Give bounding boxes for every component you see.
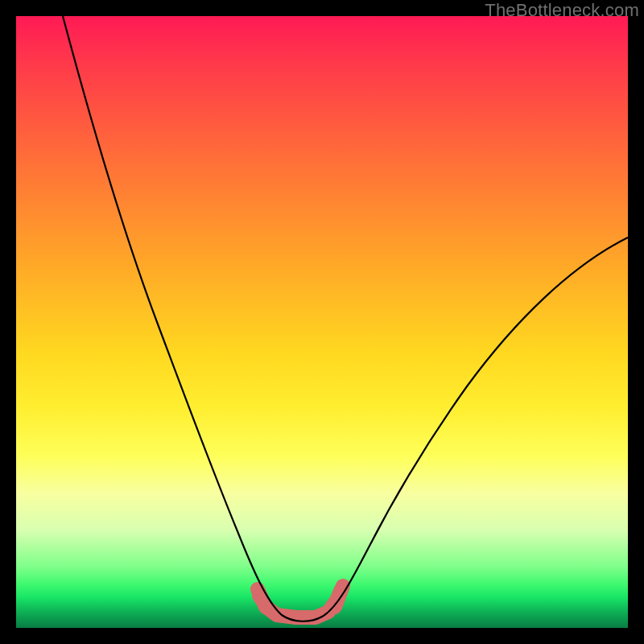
chart-frame: TheBottleneck.com	[0, 0, 644, 644]
bottleneck-curve	[63, 16, 628, 621]
plot-area	[16, 16, 628, 628]
curve-svg	[16, 16, 628, 628]
